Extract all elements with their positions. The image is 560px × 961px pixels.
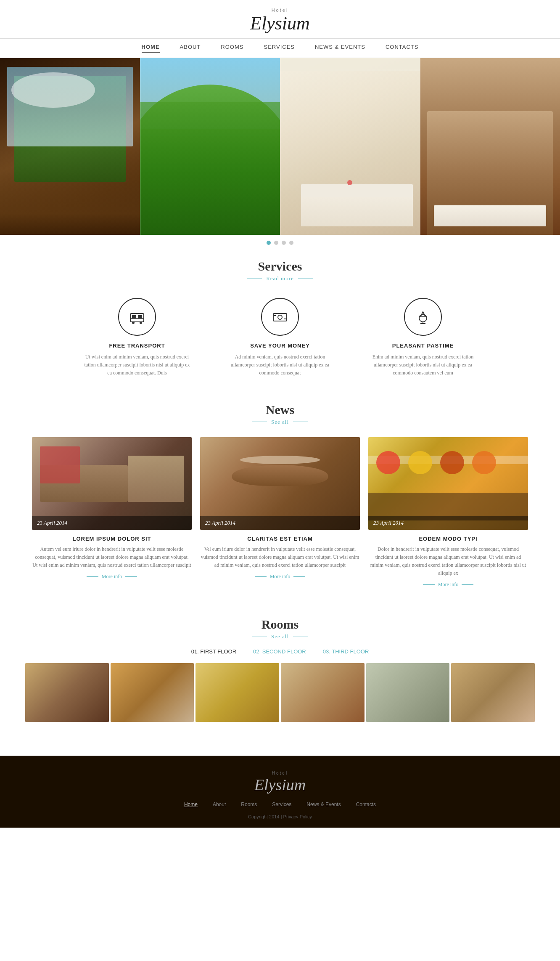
news-more-link-1[interactable]: More info	[102, 573, 122, 580]
transport-title: FREE TRANSPORT	[82, 342, 192, 349]
nav-rooms[interactable]: ROOMS	[221, 44, 243, 53]
footer-nav-contacts[interactable]: Contacts	[356, 802, 376, 807]
slider-dots	[0, 235, 560, 251]
news-more-3: More info	[368, 581, 528, 588]
news-card-2: 23 April 2014 CLARITAS EST ETIAM Vel eum…	[200, 437, 360, 588]
site-footer: Hotel Elysium Home About Rooms Services …	[0, 756, 560, 828]
money-desc: Ad minim veniam, quis nostrud exerci tat…	[225, 353, 335, 377]
nav-about[interactable]: ABOUT	[180, 44, 201, 53]
room-thumb-6	[451, 663, 535, 722]
rooms-tab-1[interactable]: 01. FIRST FLOOR	[191, 648, 236, 655]
logo-name: Elysium	[0, 13, 560, 34]
news-image-3: 23 April 2014	[368, 437, 528, 530]
slider-divider-2	[280, 58, 280, 235]
news-card-title-2: CLARITAS EST ETIAM	[200, 536, 360, 542]
news-image-2: 23 April 2014	[200, 437, 360, 530]
news-more-link-3[interactable]: More info	[438, 581, 458, 588]
svg-point-4	[140, 321, 142, 324]
news-card-text-2: Vel eum iriure dolor in hendrerit in vul…	[200, 545, 360, 570]
slider-divider-1	[140, 58, 140, 235]
service-item-transport: FREE TRANSPORT Ut wisi enim ad minim ven…	[82, 298, 192, 377]
logo-hotel-label: Hotel	[0, 8, 560, 13]
news-more-2: More info	[200, 573, 360, 580]
news-card-text-1: Autem vel eum iriure dolor in hendrerit …	[32, 545, 192, 570]
site-header: Hotel Elysium	[0, 0, 560, 39]
money-icon	[261, 298, 299, 336]
main-nav: HOME ABOUT ROOMS SERVICES NEWS & EVENTS …	[0, 39, 560, 58]
svg-point-3	[132, 321, 135, 324]
footer-nav-home[interactable]: Home	[184, 802, 198, 807]
services-link: Read more	[0, 275, 560, 282]
svg-point-10	[419, 314, 427, 322]
service-item-money: SAVE YOUR MONEY Ad minim veniam, quis no…	[225, 298, 335, 377]
rooms-link: See all	[0, 633, 560, 640]
services-title: Services	[0, 259, 560, 273]
services-section: Services Read more FREE TRANSPORT Ut wis…	[0, 259, 560, 394]
room-thumb-4	[281, 663, 365, 722]
rooms-title: Rooms	[0, 617, 560, 632]
news-card-title-3: EODEM MODO TYPI	[368, 536, 528, 542]
transport-icon	[118, 298, 156, 336]
rooms-tab-3[interactable]: 03. THIRD FLOOR	[323, 648, 369, 655]
services-read-more[interactable]: Read more	[266, 275, 294, 282]
news-more-1: More info	[32, 573, 192, 580]
pastime-title: PLEASANT PASTIME	[368, 342, 478, 349]
news-card-title-1: LOREM IPSUM DOLOR SIT	[32, 536, 192, 542]
svg-rect-6	[273, 313, 287, 321]
hero-panel-2	[140, 58, 280, 235]
nav-services[interactable]: SERVICES	[264, 44, 295, 53]
rooms-tabs: 01. FIRST FLOOR 02. SECOND FLOOR 03. THI…	[0, 648, 560, 655]
room-thumb-2	[111, 663, 194, 722]
pastime-desc: Enim ad minim veniam, quis nostrud exerc…	[368, 353, 478, 377]
news-title: News	[0, 403, 560, 417]
svg-rect-2	[138, 315, 142, 319]
news-section: News See all 23 April 2014 LOREM IPSUM D…	[0, 403, 560, 605]
footer-nav-news[interactable]: News & Events	[306, 802, 341, 807]
dot-4[interactable]	[289, 241, 293, 245]
room-thumb-1	[25, 663, 109, 722]
footer-nav: Home About Rooms Services News & Events …	[0, 802, 560, 807]
dot-3[interactable]	[282, 241, 286, 245]
room-thumb-5	[366, 663, 450, 722]
service-item-pastime: PLEASANT PASTIME Enim ad minim veniam, q…	[368, 298, 478, 377]
footer-logo-name: Elysium	[0, 775, 560, 794]
news-more-link-2[interactable]: More info	[270, 573, 290, 580]
news-link: See all	[0, 419, 560, 425]
hero-panel-1	[0, 58, 140, 235]
pastime-icon	[404, 298, 442, 336]
news-image-1: 23 April 2014	[32, 437, 192, 530]
nav-contacts[interactable]: CONTACTS	[386, 44, 419, 53]
dot-2[interactable]	[274, 241, 278, 245]
transport-desc: Ut wisi enim ad minim veniam, quis nostr…	[82, 353, 192, 377]
news-date-1: 23 April 2014	[32, 516, 192, 530]
money-title: SAVE YOUR MONEY	[225, 342, 335, 349]
svg-point-7	[278, 315, 282, 319]
dot-1[interactable]	[267, 241, 271, 245]
hero-panel-3	[280, 58, 420, 235]
news-date-3: 23 April 2014	[368, 516, 528, 530]
footer-nav-rooms[interactable]: Rooms	[241, 802, 257, 807]
nav-home[interactable]: HOME	[142, 44, 160, 53]
news-date-2: 23 April 2014	[200, 516, 360, 530]
room-thumb-3	[195, 663, 279, 722]
hero-slider	[0, 58, 560, 235]
rooms-gallery	[0, 663, 560, 722]
slider-divider-3	[420, 58, 420, 235]
hero-panel-4	[420, 58, 560, 235]
services-row: FREE TRANSPORT Ut wisi enim ad minim ven…	[0, 294, 560, 394]
footer-nav-about[interactable]: About	[213, 802, 226, 807]
rooms-section: Rooms See all 01. FIRST FLOOR 02. SECOND…	[0, 617, 560, 739]
footer-hotel-label: Hotel	[0, 771, 560, 775]
news-card-text-3: Dolor in hendrerit in vulputate velit es…	[368, 545, 528, 578]
svg-rect-1	[132, 315, 136, 319]
rooms-see-all[interactable]: See all	[271, 633, 289, 640]
news-card-3: 23 April 2014 EODEM MODO TYPI Dolor in h…	[368, 437, 528, 588]
nav-news-events[interactable]: NEWS & EVENTS	[315, 44, 365, 53]
footer-nav-services[interactable]: Services	[272, 802, 291, 807]
news-row: 23 April 2014 LOREM IPSUM DOLOR SIT Aute…	[0, 437, 560, 588]
footer-copyright: Copyright 2014 | Privacy Policy	[0, 814, 560, 819]
rooms-tab-2[interactable]: 02. SECOND FLOOR	[253, 648, 306, 655]
news-see-all[interactable]: See all	[271, 419, 289, 425]
news-card-1: 23 April 2014 LOREM IPSUM DOLOR SIT Aute…	[32, 437, 192, 588]
